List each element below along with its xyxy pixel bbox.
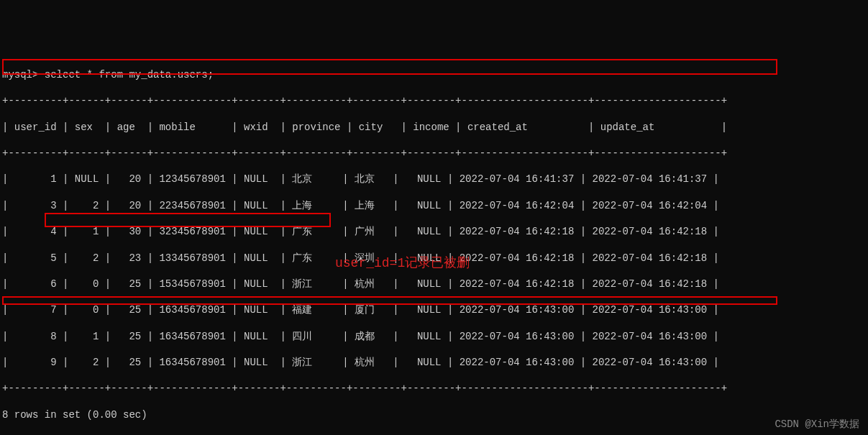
table-row: | 8 | 1 | 25 | 16345678901 | NULL | 四川 |…: [2, 330, 866, 343]
table-row: | 1 | NULL | 20 | 12345678901 | NULL | 北…: [2, 173, 866, 186]
table-row: | 9 | 2 | 25 | 16345678901 | NULL | 浙江 |…: [2, 356, 866, 369]
table-row: | 6 | 0 | 25 | 15345678901 | NULL | 浙江 |…: [2, 278, 866, 290]
table1-border-mid: +---------+------+------+-------------+-…: [2, 147, 866, 160]
table-row: | 3 | 2 | 20 | 22345678901 | NULL | 上海 |…: [2, 199, 866, 212]
table-row: | 4 | 1 | 30 | 32345678901 | NULL | 广东 |…: [2, 225, 866, 238]
query1-prompt[interactable]: mysql> select * from my_data.users;: [2, 68, 866, 81]
terminal-output: mysql> select * from my_data.users; +---…: [2, 55, 866, 435]
watermark: CSDN @Xin学数据: [775, 418, 859, 431]
annotation-text: user_id=1记录已被删: [335, 255, 470, 272]
table-row: | 7 | 0 | 25 | 16345678901 | NULL | 福建 |…: [2, 303, 866, 316]
query1-result: 8 rows in set (0.00 sec): [2, 408, 866, 421]
table1-border-top: +---------+------+------+-------------+-…: [2, 94, 866, 107]
table1-header: | user_id | sex | age | mobile | wxid | …: [2, 121, 866, 134]
table1-border-bot: +---------+------+------+-------------+-…: [2, 382, 866, 395]
